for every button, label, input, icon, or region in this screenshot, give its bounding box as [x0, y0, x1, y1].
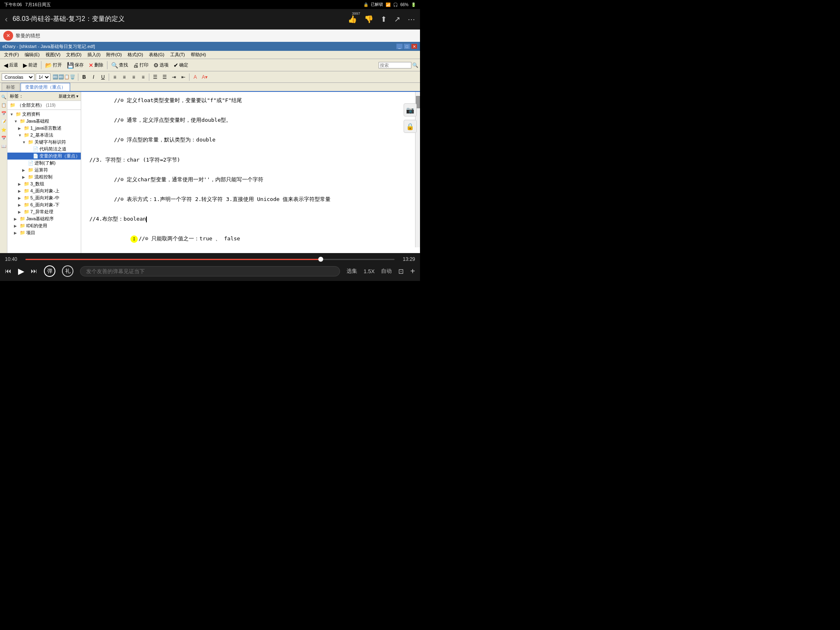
open-button[interactable]: 📂 打开: [43, 61, 64, 70]
tree-node-code[interactable]: 📄 代码简洁之道: [7, 146, 81, 153]
save-button[interactable]: 💾 保存: [65, 61, 86, 70]
align-left-button[interactable]: ≡: [111, 73, 119, 81]
tree-node-flow[interactable]: ▶ 📁 流程控制: [7, 173, 81, 180]
indent-button[interactable]: ⇥: [170, 73, 178, 81]
tree-node-ide[interactable]: ▶ 📁 IDE的使用: [7, 222, 81, 229]
share-up-button[interactable]: ⬆: [381, 15, 387, 24]
screen-fit-button[interactable]: ⊡: [398, 267, 404, 275]
side-icon-6[interactable]: 📅: [0, 135, 7, 141]
menu-help[interactable]: 帮助(H): [188, 52, 208, 58]
tree-toggle-java2[interactable]: ▼: [18, 133, 23, 137]
add-button[interactable]: +: [410, 267, 415, 276]
tree-toggle-root[interactable]: ▼: [10, 112, 15, 116]
menu-format[interactable]: 格式(O): [125, 52, 146, 58]
tree-node-java2[interactable]: ▼ 📁 2_基本语法: [7, 132, 81, 139]
tree-toggle-oop2[interactable]: ▶: [18, 196, 23, 200]
italic-button[interactable]: I: [89, 73, 98, 81]
share-button[interactable]: ↗: [394, 15, 400, 24]
size-selector[interactable]: 14: [36, 73, 50, 81]
active-tab[interactable]: 变量的使用（重点）: [21, 83, 70, 91]
menu-doc[interactable]: 文档(D): [64, 52, 84, 58]
list-button[interactable]: ☰: [151, 73, 159, 81]
skip-forward-button[interactable]: ⏭: [31, 267, 37, 275]
screenshot-button[interactable]: 📷: [404, 103, 417, 116]
close-button[interactable]: ✕: [411, 43, 418, 49]
side-icon-5[interactable]: ⭐: [0, 126, 7, 133]
menu-table[interactable]: 表格(G): [146, 52, 167, 58]
delete-button[interactable]: ✕ 删除: [87, 61, 105, 70]
tree-node-numbase[interactable]: 📄 进制(了解): [7, 160, 81, 167]
toolbar-search-icon[interactable]: 🔍: [412, 62, 418, 68]
tree-node-ops[interactable]: ▶ 📁 运算符: [7, 167, 81, 173]
tree-toggle-exception[interactable]: ▶: [18, 210, 23, 214]
tree-toggle-oop1[interactable]: ▶: [18, 189, 23, 193]
tree-node-vars[interactable]: 📄 变量的使用（重点）: [7, 153, 81, 160]
align-center-button[interactable]: ≡: [120, 73, 128, 81]
underline-button[interactable]: U: [99, 73, 107, 81]
auto-button[interactable]: 自动: [381, 267, 392, 275]
side-icon-2[interactable]: 📋: [0, 102, 7, 108]
toolbar-search-input[interactable]: [379, 62, 411, 68]
episodes-button[interactable]: 选集: [347, 267, 357, 275]
outdent-button[interactable]: ⇤: [179, 73, 187, 81]
progress-thumb[interactable]: [318, 257, 323, 262]
tree-node-oop2[interactable]: ▶ 📁 5_面向对象-中: [7, 194, 81, 201]
new-doc-button[interactable]: 新建文档 ▾: [59, 94, 78, 99]
progress-track[interactable]: [25, 259, 395, 260]
lock-button-overlay[interactable]: 🔒: [404, 120, 417, 133]
tree-node-javabase[interactable]: ▶ 📁 Java基础程序: [7, 215, 81, 222]
back-button[interactable]: ◀ 后退: [2, 61, 20, 70]
menu-file[interactable]: 文件(F): [2, 52, 21, 58]
list2-button[interactable]: ☰: [160, 73, 169, 81]
more-button[interactable]: ⋯: [408, 15, 415, 24]
play-button[interactable]: ▶: [18, 266, 24, 276]
menu-insert[interactable]: 插入(I): [85, 52, 103, 58]
tree-toggle-java[interactable]: ▼: [14, 119, 19, 123]
menu-edit[interactable]: 编辑(E): [22, 52, 42, 58]
tree-node-exception[interactable]: ▶ 📁 7_异常处理: [7, 208, 81, 215]
skip-back-button[interactable]: ⏮: [5, 267, 11, 275]
tree-node-java1[interactable]: ▶ 📁 1_java语言数述: [7, 125, 81, 132]
align-right-button[interactable]: ≡: [130, 73, 138, 81]
tree-toggle-ide[interactable]: ▶: [14, 224, 19, 228]
like-button[interactable]: 👍 3997: [348, 15, 357, 24]
menu-attach[interactable]: 附件(O): [104, 52, 124, 58]
tree-toggle-oop3[interactable]: ▶: [18, 203, 23, 207]
align-justify-button[interactable]: ≡: [139, 73, 147, 81]
speed-button[interactable]: 1.5X: [364, 268, 375, 274]
dislike-button[interactable]: 👎: [364, 15, 373, 24]
tree-toggle-project[interactable]: ▶: [14, 231, 19, 235]
tree-node-oop3[interactable]: ▶ 📁 6_面向对象-下: [7, 201, 81, 208]
danmaku-toggle-button[interactable]: 弹: [44, 265, 55, 277]
tree-toggle-java1[interactable]: ▶: [18, 126, 23, 130]
ok-button[interactable]: ✔ 确定: [171, 61, 190, 70]
search-button[interactable]: 🔍 查找: [109, 61, 130, 70]
tree-toggle-array[interactable]: ▶: [18, 182, 23, 186]
tree-toggle-javabase[interactable]: ▶: [14, 217, 19, 221]
forward-button[interactable]: ▶ 前进: [21, 61, 39, 70]
menu-tools[interactable]: 工具(T): [168, 52, 187, 58]
tree-toggle-keywords[interactable]: ▼: [22, 140, 27, 144]
side-icon-7[interactable]: 📖: [0, 143, 7, 149]
bold-button[interactable]: B: [80, 73, 88, 81]
tree-node-root[interactable]: ▼ 📁 文档资料: [7, 111, 81, 118]
tree-node-oop1[interactable]: ▶ 📁 4_面向对象-上: [7, 187, 81, 194]
option-button[interactable]: ⚙ 选项: [151, 61, 171, 70]
print-button[interactable]: 🖨 打印: [131, 61, 151, 70]
tree-node-java[interactable]: ▼ 📁 Java基础程: [7, 118, 81, 125]
tree-node-array[interactable]: ▶ 📁 3_数组: [7, 180, 81, 187]
tree-toggle-flow[interactable]: ▶: [22, 175, 27, 179]
nav-back-button[interactable]: ‹: [5, 14, 8, 24]
font-selector[interactable]: Consolas: [2, 73, 34, 81]
maximize-button[interactable]: □: [404, 43, 410, 49]
minimize-button[interactable]: _: [396, 43, 403, 49]
tree-node-project[interactable]: ▶ 📁 项目: [7, 229, 81, 236]
side-icon-3[interactable]: 📅: [0, 110, 7, 116]
tree-toggle-ops[interactable]: ▶: [22, 168, 27, 172]
highlight-button[interactable]: A: [191, 73, 199, 81]
tree-node-keywords[interactable]: ▼ 📁 关键字与标识符: [7, 139, 81, 146]
side-icon-1[interactable]: 🔍: [0, 94, 7, 100]
side-icon-4[interactable]: 📝: [0, 118, 7, 125]
danmaku-input[interactable]: [80, 266, 340, 276]
gift-button[interactable]: 礼: [62, 265, 73, 277]
